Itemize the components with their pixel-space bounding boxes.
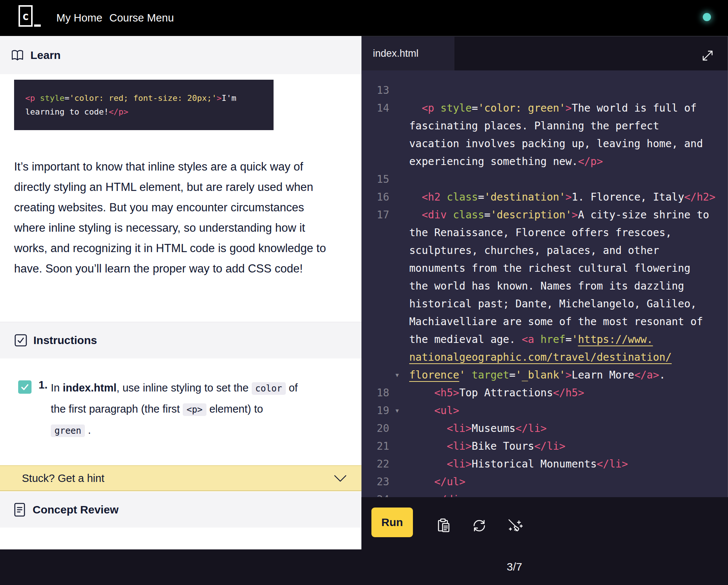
line-number (362, 224, 389, 242)
fold-gutter (389, 331, 409, 348)
code-segment: fascinating places. Planning the perfect (409, 120, 659, 132)
code-segment: </a> (634, 369, 659, 381)
hint-label: Stuck? Get a hint (22, 472, 104, 485)
fold-gutter (389, 384, 409, 402)
code-line[interactable]: fascinating places. Planning the perfect (362, 117, 728, 135)
code-line-text: experiencing something new.</p> (409, 153, 603, 171)
code-line[interactable]: historical past; Dante, Michelangelo, Ga… (362, 295, 728, 313)
clean-broom-icon[interactable] (507, 518, 523, 534)
code-line-text: <li>Museums</li> (409, 420, 547, 437)
nav-item-course-menu[interactable]: Course Menu (109, 0, 174, 36)
code-line[interactable]: 13 (362, 82, 728, 99)
code-line-text: <div class='description'>A city-size shr… (409, 206, 709, 224)
task-checkbox-checked[interactable] (18, 380, 32, 394)
editor-toolbar: Run (361, 497, 728, 550)
code-line[interactable]: ▼florence' target='_blank'>Learn More</a… (362, 366, 728, 384)
codecademy-logo[interactable]: c (19, 5, 40, 27)
code-segment: the medieval age. (409, 333, 522, 346)
code-segment: </li> (516, 422, 547, 434)
code-segment: 'destination' (484, 191, 565, 203)
code-segment (409, 387, 434, 399)
code-segment (434, 102, 440, 114)
code-segment (409, 209, 422, 221)
code-line[interactable]: experiencing something new.</p> (362, 153, 728, 171)
code-line[interactable]: Machiavelliare are some of the most reso… (362, 313, 728, 331)
code-line[interactable]: sculptures, churches, palaces, and other (362, 242, 728, 260)
code-line[interactable]: monuments from the richest cultural flow… (362, 260, 728, 277)
instructions-title: Instructions (33, 334, 97, 347)
fold-marker-icon[interactable]: ▼ (389, 366, 409, 384)
inline-code: <p> (183, 403, 206, 416)
code-line[interactable]: 21 <li>Bike Tours</li> (362, 437, 728, 455)
fold-gutter (389, 420, 409, 437)
code-line[interactable]: the medieval age. <a href='https://www. (362, 331, 728, 348)
nav-item-label: My Home (56, 12, 102, 24)
code-segment: <h2 (422, 191, 441, 203)
fold-gutter (389, 82, 409, 99)
bottom-pagination-bar: 3/7 (0, 549, 728, 585)
code-line[interactable]: nationalgeographic.com/travel/destinatio… (362, 348, 728, 366)
line-number: 13 (362, 82, 389, 99)
code-line[interactable]: 15 (362, 171, 728, 188)
code-line-text: <ul> (409, 402, 459, 420)
fold-gutter (389, 242, 409, 260)
code-line[interactable]: vacation involves packing up, leaving ho… (362, 135, 728, 153)
code-segment: > (572, 209, 578, 221)
code-segment: ' (572, 333, 578, 346)
lesson-paragraph: It’s important to know that inline style… (14, 156, 337, 279)
tab-index-html[interactable]: index.html (362, 37, 454, 70)
task-bold-text: index.html (63, 382, 116, 394)
line-number: 19 (362, 402, 389, 420)
line-number (362, 153, 389, 171)
code-line-text: <li>Historical Monuments</li> (409, 455, 628, 473)
code-line-text: vacation involves packing up, leaving ho… (409, 135, 703, 153)
concept-review-title: Concept Review (33, 503, 119, 516)
code-line[interactable]: 14 <p style='color: green'>The world is … (362, 99, 728, 117)
logo-underscore (34, 24, 41, 27)
expand-icon[interactable] (700, 48, 715, 63)
clipboard-icon[interactable] (436, 518, 452, 534)
code-segment (409, 476, 434, 488)
code-line[interactable]: 22 <li>Historical Monuments</li> (362, 455, 728, 473)
code-segment: 1. Florence, Italy (572, 191, 684, 203)
code-line[interactable]: 16 <h2 class='destination'>1. Florence, … (362, 188, 728, 206)
editor-tab-bar: index.html (362, 36, 728, 70)
code-line-text: <h5>Top Attractions</h5> (409, 384, 584, 402)
document-icon (14, 503, 25, 517)
status-dot[interactable] (703, 13, 711, 21)
code-line[interactable]: 17 <div class='description'>A city-size … (362, 206, 728, 224)
code-line[interactable]: 18 <h5>Top Attractions</h5> (362, 384, 728, 402)
code-editor-panel: index.html 1314 <p style='color: green'>… (361, 36, 728, 549)
code-segment: 'description' (490, 209, 572, 221)
instructions-header: Instructions (0, 322, 361, 358)
line-number: 20 (362, 420, 389, 437)
fold-gutter (389, 260, 409, 277)
concept-review-section[interactable]: Concept Review (0, 492, 361, 528)
nav-item-my-home[interactable]: My Home (56, 0, 102, 36)
code-line[interactable]: 20 <li>Museums</li> (362, 420, 728, 437)
hint-accordion[interactable]: Stuck? Get a hint (0, 465, 361, 491)
code-segment: <p (25, 93, 35, 103)
code-segment: > (565, 191, 572, 203)
code-segment: = (565, 333, 572, 346)
task-text: In index.html, use inline styling to set… (51, 378, 300, 441)
inline-code: green (51, 424, 85, 437)
code-segment: style (40, 93, 64, 103)
code-line[interactable]: the Renaissance, Florence offers frescoe… (362, 224, 728, 242)
code-line-text: fascinating places. Planning the perfect (409, 117, 659, 135)
code-line[interactable]: 23 </ul> (362, 473, 728, 491)
code-area[interactable]: 1314 <p style='color: green'>The world i… (362, 70, 728, 549)
run-button[interactable]: Run (371, 508, 413, 537)
code-line[interactable]: the world has known. Names from its dazz… (362, 277, 728, 295)
code-segment: experiencing something new. (409, 155, 578, 168)
line-number (362, 295, 389, 313)
code-line[interactable]: 19▼ <ul> (362, 402, 728, 420)
reset-icon[interactable] (471, 518, 487, 534)
line-number: 15 (362, 171, 389, 188)
code-segment (409, 440, 447, 452)
fold-marker-icon[interactable]: ▼ (389, 402, 409, 420)
code-line-text: <h2 class='destination'>1. Florence, Ita… (409, 188, 715, 206)
fold-gutter (389, 117, 409, 135)
code-segment: <h5> (434, 387, 459, 399)
code-segment: Machiavelliare are some of the most reso… (409, 315, 703, 328)
